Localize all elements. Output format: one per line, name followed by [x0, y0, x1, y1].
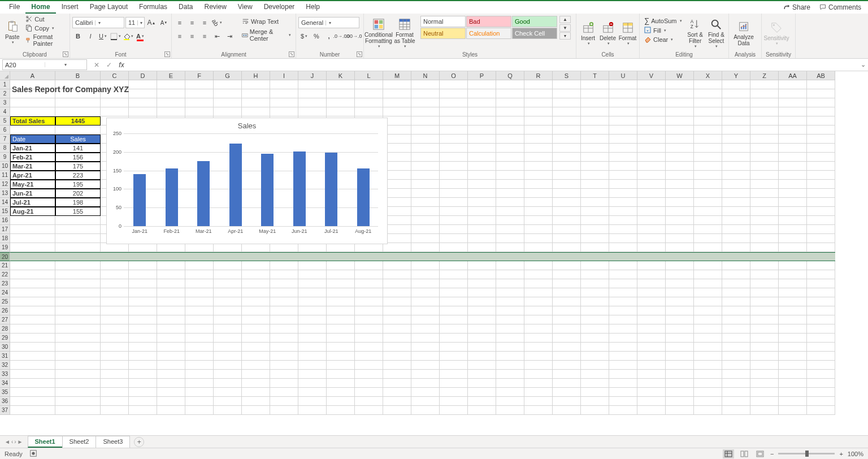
styles-scroll-up[interactable]: ▲ [559, 16, 571, 23]
table-row[interactable]: 156 [55, 153, 101, 162]
cell-style-check-cell[interactable]: Check Cell [512, 28, 557, 39]
dialog-launcher-icon[interactable]: ⤡ [63, 51, 68, 57]
table-header[interactable]: Sales [55, 135, 101, 144]
menu-tab-home[interactable]: Home [25, 1, 55, 14]
table-row[interactable]: May-21 [10, 180, 55, 189]
total-value-cell[interactable]: 1445 [55, 116, 101, 125]
menu-tab-help[interactable]: Help [300, 1, 326, 14]
row-header[interactable]: 7 [0, 135, 10, 144]
chart-bar[interactable] [197, 161, 210, 226]
conditional-formatting-button[interactable]: Conditional Formatting [366, 16, 391, 51]
decrease-decimal-button[interactable]: .00→.0 [348, 31, 359, 42]
column-header[interactable]: Y [722, 71, 750, 80]
row-header[interactable]: 31 [0, 352, 10, 361]
number-format-select[interactable]: General▾ [298, 17, 359, 28]
row-header[interactable]: 19 [0, 243, 10, 252]
chart-bar[interactable] [229, 144, 242, 226]
column-header[interactable]: W [666, 71, 694, 80]
sheet-tab[interactable]: Sheet2 [62, 436, 97, 448]
tab-nav-next[interactable]: › [14, 439, 16, 445]
format-painter-button[interactable]: Format Painter [23, 33, 67, 47]
tab-nav-first[interactable]: ◄ [5, 439, 10, 445]
format-as-table-button[interactable]: Format as Table [392, 16, 417, 51]
insert-function-button[interactable]: fx [115, 61, 128, 69]
sheet-tab[interactable]: Sheet3 [96, 436, 130, 448]
menu-tab-data[interactable]: Data [173, 1, 198, 14]
row-header[interactable]: 21 [0, 261, 10, 270]
align-center-button[interactable]: ≡ [186, 31, 198, 42]
select-all-button[interactable] [0, 71, 10, 80]
fill-color-button[interactable] [122, 31, 133, 42]
table-header[interactable]: Date [10, 135, 55, 144]
row-header[interactable]: 17 [0, 225, 10, 234]
menu-tab-view[interactable]: View [232, 1, 258, 14]
column-header[interactable]: H [242, 71, 270, 80]
zoom-level[interactable]: 100% [848, 451, 863, 457]
dialog-launcher-icon[interactable]: ⤡ [289, 51, 294, 57]
cancel-formula-button[interactable]: ✕ [90, 61, 103, 69]
percent-format-button[interactable]: % [311, 31, 322, 42]
table-row[interactable]: Apr-21 [10, 171, 55, 180]
share-button[interactable]: Share [780, 2, 814, 12]
underline-button[interactable]: U [97, 31, 108, 42]
table-row[interactable]: 198 [55, 198, 101, 207]
cell-grid[interactable]: Sales Report for Company XYZTotal Sales1… [10, 80, 868, 435]
page-break-view-button[interactable] [754, 449, 766, 458]
new-sheet-button[interactable]: + [134, 437, 144, 447]
paste-button[interactable]: Paste [2, 15, 22, 50]
column-header[interactable]: D [129, 71, 157, 80]
chart-bar[interactable] [261, 154, 274, 226]
tab-nav-prev[interactable]: ‹ [11, 439, 13, 445]
column-header[interactable]: B [55, 71, 101, 80]
table-row[interactable]: Mar-21 [10, 162, 55, 171]
column-header[interactable]: L [355, 71, 383, 80]
row-header[interactable]: 13 [0, 189, 10, 198]
italic-button[interactable]: I [85, 31, 96, 42]
row-header[interactable]: 24 [0, 288, 10, 297]
align-middle-button[interactable]: ≡ [186, 17, 198, 28]
column-header[interactable]: Q [496, 71, 524, 80]
column-header[interactable]: O [440, 71, 468, 80]
enter-formula-button[interactable]: ✓ [103, 61, 115, 69]
analyze-data-button[interactable]: Analyze Data [731, 16, 756, 51]
column-header[interactable]: S [553, 71, 581, 80]
chevron-down-icon[interactable]: ▾ [45, 62, 87, 67]
column-header[interactable]: I [270, 71, 298, 80]
column-header[interactable]: A [10, 71, 55, 80]
font-name-select[interactable]: Calibri▾ [72, 17, 124, 28]
cut-button[interactable]: Cut [23, 15, 67, 23]
normal-view-button[interactable] [723, 449, 734, 458]
row-header[interactable]: 4 [0, 107, 10, 116]
align-top-button[interactable]: ≡ [174, 17, 185, 28]
styles-more[interactable]: ▾ [559, 32, 571, 40]
column-header[interactable]: C [101, 71, 129, 80]
row-header[interactable]: 16 [0, 216, 10, 225]
column-header[interactable]: N [411, 71, 440, 80]
wrap-text-button[interactable]: Wrap Text [240, 17, 293, 25]
menu-tab-review[interactable]: Review [198, 1, 232, 14]
table-row[interactable]: Jan-21 [10, 144, 55, 153]
page-layout-view-button[interactable] [739, 449, 750, 458]
title-cell[interactable]: Sales Report for Company XYZ [10, 80, 236, 98]
row-header[interactable]: 11 [0, 171, 10, 180]
zoom-out-button[interactable]: − [770, 451, 774, 457]
row-header[interactable]: 1 [0, 80, 10, 89]
row-header[interactable]: 37 [0, 406, 10, 415]
row-header[interactable]: 35 [0, 388, 10, 397]
shrink-font-button[interactable]: A▼ [158, 17, 170, 28]
table-row[interactable]: 202 [55, 189, 101, 198]
menu-tab-page-layout[interactable]: Page Layout [84, 1, 133, 14]
row-header[interactable]: 26 [0, 306, 10, 315]
comments-button[interactable]: Comments [816, 2, 865, 12]
menu-tab-formulas[interactable]: Formulas [133, 1, 173, 14]
chart-bar[interactable] [293, 151, 306, 227]
column-header[interactable]: U [609, 71, 637, 80]
cell-style-calculation[interactable]: Calculation [466, 28, 511, 39]
row-header[interactable]: 25 [0, 297, 10, 306]
zoom-in-button[interactable]: + [839, 451, 843, 457]
row-header[interactable]: 12 [0, 180, 10, 189]
row-header[interactable]: 36 [0, 397, 10, 406]
autosum-button[interactable]: ∑AutoSum [642, 16, 684, 25]
column-header[interactable]: G [214, 71, 242, 80]
dialog-launcher-icon[interactable]: ⤡ [164, 51, 170, 57]
